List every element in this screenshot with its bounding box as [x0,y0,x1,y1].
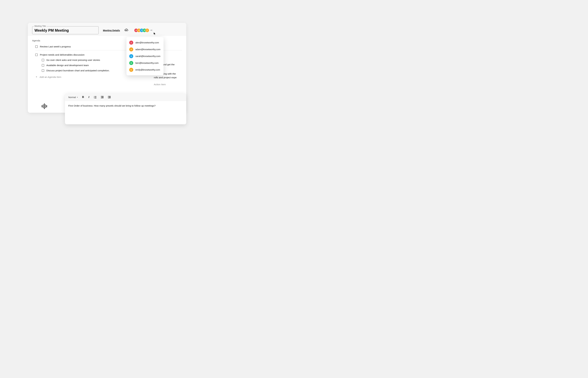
plus-icon: + [35,75,38,79]
avatar: E [129,68,133,72]
cursor-icon [154,32,156,36]
text-style-select[interactable]: Normal ▾ [68,96,78,98]
attendee-list-item[interactable]: Bben@knowtworthy.com [128,60,162,67]
text-style-label: Normal [68,96,76,98]
attendee-email: emily@knowtworthy.com [135,68,160,71]
add-action-item-label: Action Item [154,83,186,86]
editor-toolbar: Normal ▾ B I 1 2 3 [65,94,186,101]
svg-text:3: 3 [94,98,94,98]
meeting-title-field[interactable]: Meeting Title [32,26,99,34]
attendee-email: ben@knowtworthy.com [135,62,158,64]
attendee-list-item[interactable]: Aadam@knowtworthy.com [128,46,162,53]
meeting-title-input[interactable] [34,28,96,33]
attendee-avatar-stack[interactable]: AASBE+4 [134,28,152,32]
action-item-text: rolls and project expe [154,76,186,79]
indent-decrease-button[interactable] [101,96,103,98]
agenda-item-text: Available design and development team [46,64,89,67]
cloud-sync-icon [124,28,128,32]
avatar: A [129,40,133,45]
agenda-item-text: Review Last week's progress [40,45,71,48]
numbered-list-button[interactable]: 1 2 3 [94,96,97,98]
agenda-item-text: Discuss project burndown chart and antic… [46,69,110,72]
editor-text: First Order of business: How many prezel… [68,104,183,107]
agenda-item-text: Project needs and deliverables discussio… [40,54,85,56]
notes-editor-card: Normal ▾ B I 1 2 3 [65,94,186,124]
bold-button[interactable]: B [82,95,84,99]
attendee-email: alex@knowtworthy.com [135,41,159,44]
meeting-details-link[interactable]: Meeting Details [103,29,120,32]
meeting-title-label: Meeting Title [34,25,46,27]
header: Meeting Title Meeting Details AASBE+4 [28,23,186,36]
avatar[interactable]: E [145,28,149,32]
avatar: B [129,61,133,65]
indent-increase-button[interactable] [108,96,111,98]
avatar: S [129,54,133,58]
attendee-list-item[interactable]: Aalex@knowtworthy.com [128,39,162,46]
chevron-down-icon: ▾ [77,96,78,98]
checkbox[interactable] [42,69,44,72]
checkbox[interactable] [42,64,44,67]
attendee-list-item[interactable]: Eemily@knowtworthy.com [128,67,162,73]
editor-body[interactable]: First Order of business: How many prezel… [65,101,186,110]
add-agenda-label: Add an Agenda Item [40,76,61,79]
attendee-email: adam@knowtworthy.com [135,48,160,51]
agenda-item-text: Go over client asks and most pressing us… [46,59,100,61]
avatar: A [129,47,133,51]
attendee-email: sarah@knowtworthy.com [135,55,160,57]
audio-waveform-icon[interactable] [42,103,47,109]
checkbox[interactable] [35,45,38,48]
checkbox[interactable] [42,59,44,61]
checkbox[interactable] [35,54,38,56]
attendee-list-item[interactable]: Ssarah@knowtworthy.com [128,53,162,60]
attendee-overflow-count[interactable]: +4 [150,29,152,31]
attendee-popover: Aalex@knowtworthy.comAadam@knowtworthy.c… [127,37,164,75]
italic-button[interactable]: I [88,95,89,99]
